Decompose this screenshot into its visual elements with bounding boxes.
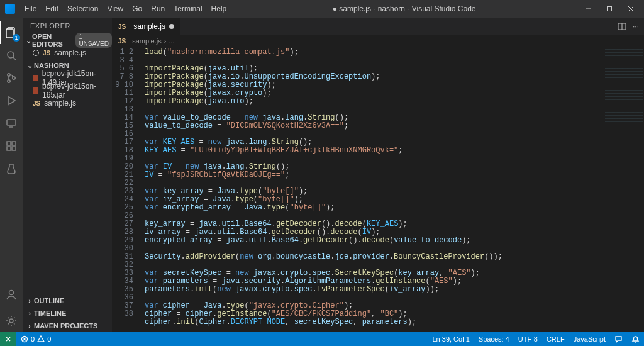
js-file-icon: JS (118, 38, 126, 45)
open-editors-label: OPEN EDITORS (32, 33, 73, 48)
js-file-icon: JS (118, 23, 126, 30)
more-actions-icon[interactable]: ··· (633, 22, 639, 31)
tab-label: sample.js (133, 22, 165, 31)
section-timeline[interactable]: ›TIMELINE (23, 307, 112, 320)
svg-rect-12 (7, 120, 16, 125)
sidebar-title: EXPLORER (23, 18, 112, 34)
source-control-icon[interactable] (0, 67, 23, 89)
svg-rect-16 (7, 147, 11, 150)
remote-explorer-icon[interactable] (0, 112, 23, 135)
file-item[interactable]: bcprov-jdk15on-165.jar (23, 84, 112, 97)
chevron-right-icon: › (25, 310, 34, 317)
breadcrumb[interactable]: JS sample.js › ... (112, 35, 644, 47)
title-bar: FileEditSelectionViewGoRunTerminalHelp ●… (0, 0, 644, 18)
accounts-icon[interactable] (0, 283, 23, 306)
activity-bar: 1 (0, 18, 23, 332)
chevron-down-icon: ⌄ (25, 36, 32, 45)
open-editor-item[interactable]: JSsample.js (23, 47, 112, 59)
breadcrumb-file: sample.js (132, 37, 161, 45)
svg-point-10 (13, 77, 15, 79)
close-window-button[interactable] (620, 0, 641, 18)
menu-file[interactable]: File (20, 0, 41, 18)
explorer-icon[interactable]: 1 (0, 21, 23, 44)
svg-point-19 (9, 319, 13, 323)
menu-run[interactable]: Run (147, 0, 169, 18)
tab-sample-js[interactable]: JS sample.js (112, 18, 180, 35)
menu-terminal[interactable]: Terminal (169, 0, 206, 18)
chevron-right-icon: › (164, 37, 167, 45)
eol[interactable]: CRLF (542, 332, 569, 346)
search-icon[interactable] (0, 44, 23, 67)
problems-indicator[interactable]: 0 0 (16, 332, 55, 346)
menu-view[interactable]: View (103, 0, 128, 18)
notifications-icon[interactable] (627, 332, 644, 346)
cursor-position[interactable]: Ln 39, Col 1 (428, 332, 474, 346)
jar-file-icon (33, 75, 38, 81)
feedback-icon[interactable] (610, 332, 627, 346)
menu-go[interactable]: Go (128, 0, 147, 18)
jar-file-icon (33, 87, 38, 94)
unsaved-dot-icon (169, 24, 174, 29)
svg-point-8 (8, 74, 10, 76)
error-count: 0 (31, 335, 35, 343)
unsaved-badge: 1 UNSAVED (75, 33, 112, 48)
status-bar: 0 0 Ln 39, Col 1 Spaces: 4 UTF-8 CRLF Ja… (0, 332, 644, 346)
svg-point-18 (9, 291, 14, 295)
maximize-button[interactable] (599, 0, 620, 18)
minimize-button[interactable] (577, 0, 599, 18)
warning-count: 0 (47, 335, 51, 343)
svg-rect-14 (7, 142, 11, 145)
breadcrumb-more: ... (169, 37, 174, 45)
section-maven-projects[interactable]: ›MAVEN PROJECTS (23, 320, 112, 332)
js-file-icon: JS (33, 100, 40, 107)
section-label: OUTLINE (34, 297, 64, 304)
file-label: bcprov-jdk15on-165.jar (42, 82, 112, 99)
language-mode[interactable]: JavaScript (569, 332, 610, 346)
menu-help[interactable]: Help (207, 0, 231, 18)
svg-point-6 (8, 52, 14, 58)
code-content[interactable]: load("nashorn:mozilla_compat.js"); impor… (138, 47, 644, 332)
tab-bar: JS sample.js ··· (112, 18, 644, 35)
svg-point-9 (8, 80, 10, 82)
sidebar: EXPLORER ⌄ OPEN EDITORS 1 UNSAVED JSsamp… (23, 18, 112, 332)
code-editor[interactable]: 1 2 3 4 5 6 7 8 9 10 11 12 13 14 15 16 1… (112, 47, 644, 332)
svg-rect-1 (608, 7, 612, 11)
editor-area: JS sample.js ··· JS sample.js › ... 1 2 … (112, 18, 644, 332)
run-debug-icon[interactable] (0, 89, 23, 112)
chevron-down-icon: ⌄ (25, 62, 34, 70)
svg-rect-17 (12, 147, 16, 150)
extensions-icon[interactable] (0, 135, 23, 157)
menu-selection[interactable]: Selection (63, 0, 103, 18)
folder-label: NASHORN (34, 62, 69, 69)
section-label: MAVEN PROJECTS (34, 322, 97, 330)
vscode-icon (5, 4, 15, 14)
svg-marker-11 (9, 97, 15, 104)
remote-indicator[interactable] (0, 332, 16, 346)
section-label: TIMELINE (34, 310, 66, 317)
settings-gear-icon[interactable] (0, 310, 23, 332)
minimap[interactable] (605, 48, 643, 123)
open-editor-label: sample.js (54, 48, 86, 57)
line-number-gutter: 1 2 3 4 5 6 7 8 9 10 11 12 13 14 15 16 1… (112, 47, 138, 332)
svg-line-7 (13, 57, 16, 60)
open-editors-section[interactable]: ⌄ OPEN EDITORS 1 UNSAVED (23, 34, 112, 47)
svg-rect-15 (12, 142, 16, 145)
menu-edit[interactable]: Edit (41, 0, 63, 18)
js-file-icon: JS (43, 50, 50, 57)
file-label: sample.js (44, 99, 76, 108)
unsaved-dot-icon (33, 50, 39, 56)
encoding[interactable]: UTF-8 (514, 332, 542, 346)
split-editor-icon[interactable] (618, 22, 626, 31)
testing-icon[interactable] (0, 157, 23, 180)
window-title: ● sample.js - nashorn - Visual Studio Co… (231, 4, 577, 13)
chevron-right-icon: › (25, 297, 34, 304)
indentation[interactable]: Spaces: 4 (474, 332, 514, 346)
section-outline[interactable]: ›OUTLINE (23, 294, 112, 307)
chevron-right-icon: › (25, 322, 34, 330)
